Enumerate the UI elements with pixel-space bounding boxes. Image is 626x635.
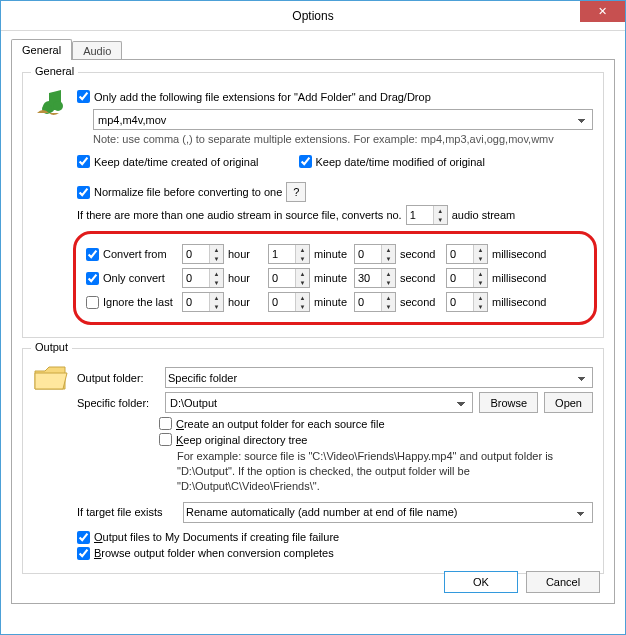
- specific-folder-input[interactable]: [165, 392, 473, 413]
- spinner-up[interactable]: ▲: [296, 293, 309, 302]
- tab-general[interactable]: General: [11, 39, 72, 60]
- checkbox-only-convert[interactable]: Only convert: [86, 272, 165, 285]
- spinner-up[interactable]: ▲: [474, 293, 487, 302]
- from-hour-input[interactable]: [183, 245, 209, 263]
- ignore-hour-spinner[interactable]: ▲▼: [182, 292, 224, 312]
- only-second-spinner[interactable]: ▲▼: [354, 268, 396, 288]
- spinner-down[interactable]: ▼: [474, 302, 487, 311]
- from-ms-spinner[interactable]: ▲▼: [446, 244, 488, 264]
- checkbox-browse-after[interactable]: Browse output folder when conversion com…: [77, 547, 334, 560]
- spinner-up[interactable]: ▲: [210, 293, 223, 302]
- checkbox-keep-modified-input[interactable]: [299, 155, 312, 168]
- from-second-spinner[interactable]: ▲▼: [354, 244, 396, 264]
- spinner-down[interactable]: ▼: [296, 254, 309, 263]
- checkbox-only-add-extensions[interactable]: Only add the following file extensions f…: [77, 90, 431, 103]
- checkbox-normalize[interactable]: Normalize file before converting to one: [77, 186, 282, 199]
- output-folder-combo[interactable]: Specific folder: [165, 367, 593, 388]
- music-note-icon: [31, 83, 71, 123]
- checkbox-keep-tree[interactable]: Keep original directory tree: [159, 433, 307, 446]
- spinner-up[interactable]: ▲: [210, 245, 223, 254]
- checkbox-only-convert-input[interactable]: [86, 272, 99, 285]
- spinner-down[interactable]: ▼: [210, 302, 223, 311]
- open-button[interactable]: Open: [544, 392, 593, 413]
- only-second-input[interactable]: [355, 269, 381, 287]
- extensions-input[interactable]: [93, 109, 593, 130]
- spinner-down[interactable]: ▼: [382, 254, 395, 263]
- spinner-down[interactable]: ▼: [296, 302, 309, 311]
- checkbox-only-add-extensions-input[interactable]: [77, 90, 90, 103]
- unit-hour: hour: [228, 248, 264, 260]
- browse-button[interactable]: Browse: [479, 392, 538, 413]
- spinner-up[interactable]: ▲: [210, 269, 223, 278]
- checkbox-convert-from-input[interactable]: [86, 248, 99, 261]
- ignore-minute-spinner[interactable]: ▲▼: [268, 292, 310, 312]
- spinner-down[interactable]: ▼: [296, 278, 309, 287]
- checkbox-keep-created[interactable]: Keep date/time created of original: [77, 155, 259, 168]
- spinner-down[interactable]: ▼: [434, 215, 447, 224]
- spinner-down[interactable]: ▼: [474, 278, 487, 287]
- checkbox-convert-from-label: Convert from: [103, 248, 167, 260]
- target-exists-combo[interactable]: Rename automatically (add number at end …: [183, 502, 593, 523]
- spinner-down[interactable]: ▼: [382, 302, 395, 311]
- spinner-down[interactable]: ▼: [382, 278, 395, 287]
- checkbox-normalize-input[interactable]: [77, 186, 90, 199]
- from-hour-spinner[interactable]: ▲▼: [182, 244, 224, 264]
- spinner-down[interactable]: ▼: [210, 254, 223, 263]
- unit-second: second: [400, 248, 442, 260]
- spinner-up[interactable]: ▲: [296, 245, 309, 254]
- checkbox-create-subfolder[interactable]: Create an output folder for each source …: [159, 417, 385, 430]
- checkbox-only-add-extensions-label: Only add the following file extensions f…: [94, 91, 431, 103]
- spinner-up[interactable]: ▲: [296, 269, 309, 278]
- ignore-second-spinner[interactable]: ▲▼: [354, 292, 396, 312]
- row-only-convert: Only convert ▲▼ hour ▲▼ minute ▲▼ second…: [86, 268, 584, 288]
- only-ms-spinner[interactable]: ▲▼: [446, 268, 488, 288]
- only-ms-input[interactable]: [447, 269, 473, 287]
- from-ms-input[interactable]: [447, 245, 473, 263]
- ignore-hour-input[interactable]: [183, 293, 209, 311]
- cancel-button[interactable]: Cancel: [526, 571, 600, 593]
- group-output-legend: Output: [31, 341, 72, 353]
- audio-stream-spinner[interactable]: ▲▼: [406, 205, 448, 225]
- from-minute-input[interactable]: [269, 245, 295, 263]
- checkbox-ignore-last-input[interactable]: [86, 296, 99, 309]
- checkbox-keep-tree-input[interactable]: [159, 433, 172, 446]
- ignore-ms-spinner[interactable]: ▲▼: [446, 292, 488, 312]
- only-minute-input[interactable]: [269, 269, 295, 287]
- ok-button[interactable]: OK: [444, 571, 518, 593]
- spinner-up[interactable]: ▲: [474, 245, 487, 254]
- window-close-button[interactable]: ✕: [580, 1, 625, 22]
- spinner-down[interactable]: ▼: [474, 254, 487, 263]
- row-convert-from: Convert from ▲▼ hour ▲▼ minute ▲▼ second…: [86, 244, 584, 264]
- checkbox-create-subfolder-input[interactable]: [159, 417, 172, 430]
- from-minute-spinner[interactable]: ▲▼: [268, 244, 310, 264]
- target-exists-label: If target file exists: [77, 506, 177, 518]
- only-hour-spinner[interactable]: ▲▼: [182, 268, 224, 288]
- spinner-up[interactable]: ▲: [382, 269, 395, 278]
- unit-minute: minute: [314, 296, 350, 308]
- tab-audio[interactable]: Audio: [72, 41, 122, 60]
- unit-minute: minute: [314, 248, 350, 260]
- spinner-up[interactable]: ▲: [434, 206, 447, 215]
- audio-stream-input[interactable]: [407, 206, 433, 224]
- time-range-highlight: Convert from ▲▼ hour ▲▼ minute ▲▼ second…: [73, 231, 597, 325]
- from-second-input[interactable]: [355, 245, 381, 263]
- checkbox-convert-from[interactable]: Convert from: [86, 248, 167, 261]
- ignore-second-input[interactable]: [355, 293, 381, 311]
- spinner-up[interactable]: ▲: [382, 293, 395, 302]
- spinner-down[interactable]: ▼: [210, 278, 223, 287]
- ignore-minute-input[interactable]: [269, 293, 295, 311]
- checkbox-output-mydocs-input[interactable]: [77, 531, 90, 544]
- checkbox-output-mydocs[interactable]: Output files to My Documents if creating…: [77, 531, 339, 544]
- checkbox-browse-after-label: Browse output folder when conversion com…: [94, 547, 334, 559]
- only-minute-spinner[interactable]: ▲▼: [268, 268, 310, 288]
- normalize-help-button[interactable]: ?: [286, 182, 306, 202]
- spinner-up[interactable]: ▲: [382, 245, 395, 254]
- checkbox-keep-modified[interactable]: Keep date/time modified of original: [299, 155, 485, 168]
- checkbox-ignore-last-label: Ignore the last: [103, 296, 173, 308]
- spinner-up[interactable]: ▲: [474, 269, 487, 278]
- only-hour-input[interactable]: [183, 269, 209, 287]
- checkbox-keep-created-input[interactable]: [77, 155, 90, 168]
- ignore-ms-input[interactable]: [447, 293, 473, 311]
- checkbox-ignore-last[interactable]: Ignore the last: [86, 296, 173, 309]
- checkbox-browse-after-input[interactable]: [77, 547, 90, 560]
